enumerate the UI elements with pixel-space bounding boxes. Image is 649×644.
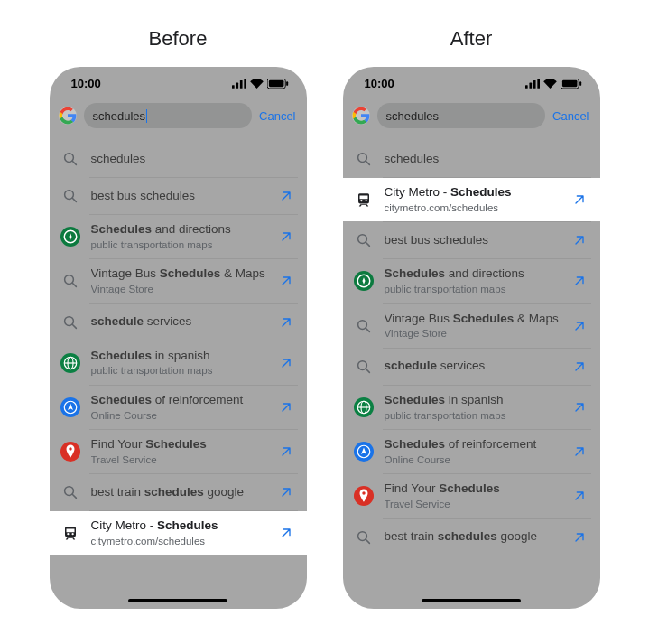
cancel-button[interactable]: Cancel	[259, 109, 297, 123]
suggestion-body: best train schedules google	[91, 485, 273, 500]
cancel-button[interactable]: Cancel	[552, 109, 590, 123]
insert-arrow-icon[interactable]	[278, 273, 294, 289]
suggestion-item[interactable]: best train schedules google	[50, 474, 307, 510]
navigate-icon	[354, 442, 374, 462]
suggestion-item[interactable]: best bus schedules	[50, 178, 307, 214]
insert-arrow-icon[interactable]	[278, 443, 294, 460]
insert-arrow-icon[interactable]	[571, 399, 588, 415]
insert-arrow-icon[interactable]	[571, 529, 588, 546]
suggestion-title: Vintage Bus Schedules & Maps	[385, 312, 566, 327]
search-query-text: schedules	[386, 109, 440, 123]
suggestion-item[interactable]: Schedules in spanish public transportati…	[50, 341, 307, 385]
magnifier-icon	[354, 357, 374, 377]
suggestion-subtitle: Online Course	[91, 409, 273, 422]
google-logo-icon	[352, 107, 370, 125]
status-bar: 10:00	[343, 67, 600, 99]
status-icons	[232, 79, 289, 89]
phone-after: 10:00 schedules Cancel schedules City Me	[343, 67, 600, 609]
suggestion-body: Schedules and directions public transpor…	[91, 222, 273, 251]
suggestion-item[interactable]: City Metro - Schedules citymetro.com/sch…	[343, 178, 600, 221]
navigate-icon	[60, 397, 80, 417]
insert-arrow-icon[interactable]	[278, 355, 294, 371]
wifi-icon	[250, 79, 264, 89]
suggestion-title: Vintage Bus Schedules & Maps	[91, 266, 273, 282]
suggestion-body: best bus schedules	[91, 189, 273, 204]
after-label: After	[450, 27, 492, 51]
insert-arrow-icon[interactable]	[571, 232, 588, 248]
suggestion-item[interactable]: best bus schedules	[343, 222, 600, 258]
suggestion-item[interactable]: schedules	[50, 141, 307, 177]
insert-arrow-icon[interactable]	[278, 525, 294, 541]
status-bar: 10:00	[50, 67, 307, 99]
suggestion-subtitle: Vintage Store	[385, 327, 566, 340]
suggestion-body: best train schedules google	[385, 529, 566, 545]
suggestion-subtitle: Travel Service	[385, 498, 566, 510]
search-header: schedules Cancel	[50, 99, 307, 135]
suggestion-item[interactable]: Vintage Bus Schedules & Maps Vintage Sto…	[343, 304, 600, 348]
magnifier-icon	[60, 149, 80, 169]
suggestion-body: schedule services	[91, 314, 273, 330]
suggestion-body: Vintage Bus Schedules & Maps Vintage Sto…	[385, 312, 566, 341]
suggestion-subtitle: citymetro.com/schedules	[91, 535, 273, 547]
suggestion-item[interactable]: Schedules of reinforcement Online Course	[50, 386, 307, 429]
suggestion-item[interactable]: Schedules and directions public transpor…	[343, 259, 600, 303]
suggestion-title: Find Your Schedules	[385, 481, 566, 497]
suggestion-title: City Metro - Schedules	[385, 185, 566, 201]
insert-arrow-icon[interactable]	[278, 399, 294, 415]
compass-icon	[60, 227, 80, 247]
suggestion-body: schedules	[385, 152, 588, 167]
magnifier-icon	[60, 271, 80, 291]
suggestion-title: Find Your Schedules	[91, 437, 273, 453]
wifi-icon	[543, 79, 557, 89]
suggestion-item[interactable]: City Metro - Schedules citymetro.com/sch…	[50, 511, 307, 555]
suggestion-body: City Metro - Schedules citymetro.com/sch…	[91, 518, 273, 547]
search-input[interactable]: schedules	[377, 103, 546, 128]
suggestion-item[interactable]: Find Your Schedules Travel Service	[50, 430, 307, 473]
suggestion-title: schedules	[91, 152, 294, 167]
insert-arrow-icon[interactable]	[278, 188, 294, 204]
insert-arrow-icon[interactable]	[278, 484, 294, 500]
suggestion-subtitle: public transportation maps	[385, 409, 566, 422]
suggestion-body: Schedules of reinforcement Online Course	[385, 437, 566, 466]
insert-arrow-icon[interactable]	[278, 314, 294, 331]
magnifier-icon	[354, 527, 374, 547]
insert-arrow-icon[interactable]	[571, 318, 588, 334]
suggestion-title: best bus schedules	[91, 189, 273, 204]
magnifier-icon	[60, 186, 80, 206]
suggestion-subtitle: public transportation maps	[385, 283, 566, 295]
before-column: Before 10:00 schedules Cancel schedules	[50, 27, 307, 609]
suggestion-item[interactable]: schedule services	[50, 304, 307, 341]
globe-icon	[354, 397, 374, 417]
magnifier-icon	[60, 313, 80, 332]
insert-arrow-icon[interactable]	[571, 273, 588, 289]
search-header: schedules Cancel	[343, 99, 600, 135]
suggestion-subtitle: Travel Service	[91, 453, 273, 466]
suggestion-item[interactable]: Schedules in spanish public transportati…	[343, 386, 600, 429]
magnifier-icon	[354, 149, 374, 169]
suggestion-subtitle: Online Course	[385, 453, 566, 466]
suggestion-title: schedule services	[91, 314, 273, 330]
search-input[interactable]: schedules	[84, 103, 253, 128]
suggestion-item[interactable]: schedules	[343, 141, 600, 177]
map-pin-icon	[60, 442, 80, 462]
suggestion-item[interactable]: Schedules and directions public transpor…	[50, 215, 307, 258]
insert-arrow-icon[interactable]	[571, 488, 588, 504]
search-query-text: schedules	[93, 109, 146, 123]
suggestion-body: Schedules and directions public transpor…	[385, 266, 566, 295]
suggestion-title: best train schedules google	[385, 529, 566, 545]
insert-arrow-icon[interactable]	[571, 191, 588, 208]
suggestion-title: Schedules in spanish	[385, 393, 566, 408]
insert-arrow-icon[interactable]	[571, 359, 588, 375]
suggestion-item[interactable]: schedule services	[343, 349, 600, 385]
suggestion-item[interactable]: Find Your Schedules Travel Service	[343, 474, 600, 518]
insert-arrow-icon[interactable]	[571, 443, 588, 460]
suggestion-title: Schedules and directions	[385, 266, 566, 282]
suggestion-item[interactable]: best train schedules google	[343, 519, 600, 555]
suggestion-body: Schedules in spanish public transportati…	[385, 393, 566, 422]
battery-icon	[561, 79, 582, 89]
suggestion-item[interactable]: Vintage Bus Schedules & Maps Vintage Sto…	[50, 259, 307, 303]
suggestion-item[interactable]: Schedules of reinforcement Online Course	[343, 430, 600, 473]
insert-arrow-icon[interactable]	[278, 229, 294, 245]
suggestion-title: Schedules in spanish	[91, 349, 273, 364]
suggestion-subtitle: public transportation maps	[91, 364, 273, 377]
